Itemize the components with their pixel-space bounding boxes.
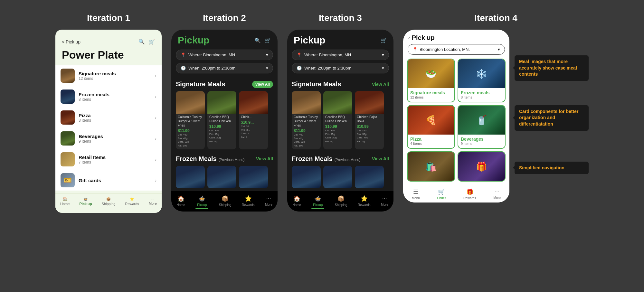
nav-item-shipping[interactable]: 📦 Shipping <box>102 197 116 206</box>
iter3-page-title: Pickup <box>294 35 325 46</box>
active-underline <box>195 208 208 209</box>
pickup-icon: 🍲 <box>314 195 321 202</box>
meal-card-3[interactable]: Chick... $10.9... Cal. 32...Pro. 3...Car… <box>239 91 268 149</box>
more-icon: ··· <box>151 197 154 201</box>
nav-item-more[interactable]: ··· More <box>493 188 501 200</box>
meal-card-img <box>292 91 321 114</box>
cart-icon[interactable]: 🛒 <box>149 39 155 45</box>
grid-card-retail[interactable]: 🛍️ <box>407 151 455 182</box>
meal-card-2[interactable]: Carolina BBQ Pulled Chicken $10.99 Cal. … <box>323 91 352 149</box>
chevron-right-icon: › <box>155 178 156 183</box>
pickup-icon: 🍲 <box>83 197 88 201</box>
nav-item-home[interactable]: 🏠 Home <box>176 195 185 209</box>
annotation-meal-images: Meal images that more accurately show ca… <box>515 55 589 81</box>
nav-item-rewards[interactable]: ⭐ Rewards <box>242 195 254 209</box>
grid-card-beverages[interactable]: 🥤 Beverages 9 items <box>458 105 506 149</box>
list-item[interactable]: Pizza 3 items › <box>55 107 162 128</box>
nav-item-rewards[interactable]: ⭐ Rewards <box>125 197 139 206</box>
meal-card-img <box>355 91 384 114</box>
meal-card-2[interactable]: Carolina BBQ Pulled Chicken $10.99 Cal. … <box>207 91 236 149</box>
frozen-card-3[interactable] <box>239 166 268 188</box>
nav-item-pickup[interactable]: 🍲 Pickup <box>311 195 324 209</box>
nav-item-more[interactable]: ··· More <box>149 197 157 206</box>
home-icon: 🏠 <box>63 197 67 201</box>
meal-card-name: California Turkey Burger & Sweet Fries <box>294 115 319 127</box>
frozen-card-1[interactable] <box>176 166 205 188</box>
frozen-meals-title: Frozen Meals <box>176 155 217 163</box>
nav-item-pickup[interactable]: 🍲 Pickup <box>195 195 208 209</box>
prev-menu-badge: (Previous Menu) <box>335 158 361 162</box>
sig-meals-view-all[interactable]: View All <box>252 81 273 88</box>
frozen-meals-view-all[interactable]: View All <box>256 156 273 161</box>
list-item[interactable]: Retail Items 7 items › <box>55 149 162 170</box>
frozen-card-img <box>207 166 236 188</box>
iter3-header-icons: 🛒 <box>381 37 387 43</box>
list-item[interactable]: Beverages 9 items › <box>55 128 162 149</box>
iter4-bottom-nav: ☰ Menu 🛒 Order 🎁 Rewards ··· More <box>403 185 509 203</box>
time-selector[interactable]: 🕐 When: 2:00pm to 2:30pm ▾ <box>292 63 389 73</box>
iter2-sig-meals-header: Signature Meals View All <box>171 77 278 90</box>
iter2-frozen-meals-header: Frozen Meals (Previous Menu) View All <box>171 152 278 165</box>
nav-item-home[interactable]: 🏠 Home <box>60 197 70 206</box>
frozen-card-img <box>355 166 384 188</box>
sig-meals-view-all[interactable]: View All <box>372 82 389 87</box>
nav-item-shipping[interactable]: 📦 Shipping <box>335 195 347 209</box>
home-icon: 🏠 <box>293 195 300 202</box>
more-icon: ··· <box>266 195 271 202</box>
search-icon[interactable]: 🔍 <box>254 37 261 43</box>
iter4-location-selector[interactable]: 📍 Bloomington Location, MN. ▾ <box>408 44 505 55</box>
retail-thumb <box>61 152 75 166</box>
meal-card-macros: Cal. 32...Pro. 3...Carb. 4...Fat. 2... <box>241 125 266 139</box>
grid-card-signature-meals[interactable]: 🥗 Signature meals 12 items <box>407 59 455 102</box>
meal-card-1[interactable]: California Turkey Burger & Sweet Fries $… <box>176 91 205 149</box>
nav-item-home[interactable]: 🏠 Home <box>292 195 301 209</box>
iter4-back-button[interactable]: ‹ <box>408 35 410 41</box>
home-icon: 🏠 <box>177 195 185 202</box>
grid-card-frozen-meals[interactable]: ❄️ Frozen meals 8 items <box>458 59 506 102</box>
item-name: Retail Items <box>79 155 106 160</box>
cart-icon[interactable]: 🛒 <box>381 37 387 43</box>
frozen-card-3[interactable] <box>355 166 384 188</box>
iteration-1-phone: < Pick up 🔍 🛒 Power Plate Signature meal… <box>55 30 162 213</box>
chevron-right-icon: › <box>155 157 156 162</box>
meal-card-3[interactable]: Chicken Fajita Bowl $10.99 Cal. 320 Pro.… <box>355 91 384 149</box>
grid-card-pizza[interactable]: 🍕 Pizza 4 items <box>407 105 455 149</box>
pickup-icon: 🍲 <box>198 195 205 202</box>
nav-item-more[interactable]: ··· More <box>381 195 388 209</box>
location-icon: 📍 <box>412 47 418 52</box>
frozen-card-2[interactable] <box>207 166 236 188</box>
search-icon[interactable]: 🔍 <box>138 39 145 45</box>
iteration-4-annotations: Meal images that more accurately show ca… <box>515 30 589 174</box>
beverages-thumb <box>61 131 75 146</box>
frozen-meals-view-all[interactable]: View All <box>372 156 389 161</box>
iter2-page-title: Pickup <box>178 35 209 46</box>
nav-item-menu[interactable]: ☰ Menu <box>412 188 420 200</box>
list-item[interactable]: Signature meals 12 items › <box>55 65 162 86</box>
nav-item-rewards[interactable]: 🎁 Rewards <box>463 188 476 200</box>
frozen-card-2[interactable] <box>323 166 352 188</box>
card-name: Signature meals <box>410 90 452 95</box>
frozen-card-1[interactable] <box>292 166 321 188</box>
location-selector[interactable]: 📍 Where: Bloomington, MN ▾ <box>292 50 389 60</box>
meal-card-price: $11.99 <box>294 128 319 133</box>
nav-item-shipping[interactable]: 📦 Shipping <box>219 195 232 209</box>
frozen-meals-title: Frozen Meals <box>292 155 333 163</box>
time-selector[interactable]: 🕐 When: 2:00pm to 2:30pm ▾ <box>176 63 273 73</box>
iteration-1-title: Iteration 1 <box>87 13 130 23</box>
iter1-back-button[interactable]: < Pick up <box>62 39 80 44</box>
location-selector[interactable]: 📍 Where: Bloomington, MN ▾ <box>176 50 273 60</box>
meal-card-name: Carolina BBQ Pulled Chicken <box>209 115 234 123</box>
list-item[interactable]: Frozen meals 8 items › <box>55 86 162 107</box>
iter4-outer: ‹ Pick up 📍 Bloomington Location, MN. ▾ … <box>403 30 589 203</box>
nav-item-more[interactable]: ··· More <box>265 195 272 209</box>
cart-icon[interactable]: 🛒 <box>265 37 271 43</box>
nav-item-order[interactable]: 🛒 Order <box>437 188 446 200</box>
list-item[interactable]: 🎫 Gift cards › <box>55 170 162 191</box>
nav-item-rewards[interactable]: ⭐ Rewards <box>358 195 370 209</box>
nav-item-pickup[interactable]: 🍲 Pick up <box>79 197 92 206</box>
grid-card-gift[interactable]: 🎁 <box>458 151 506 182</box>
meal-card-1[interactable]: California Turkey Burger & Sweet Fries $… <box>292 91 321 149</box>
iteration-3-phone: Pickup 🛒 📍 Where: Bloomington, MN ▾ 🕐 <box>287 30 393 212</box>
iter3-bottom-nav: 🏠 Home 🍲 Pickup 📦 Shipping ⭐ Rewards <box>287 191 393 212</box>
iteration-4-column: Iteration 4 ‹ Pick up 📍 Bloomington Loca… <box>403 13 589 203</box>
